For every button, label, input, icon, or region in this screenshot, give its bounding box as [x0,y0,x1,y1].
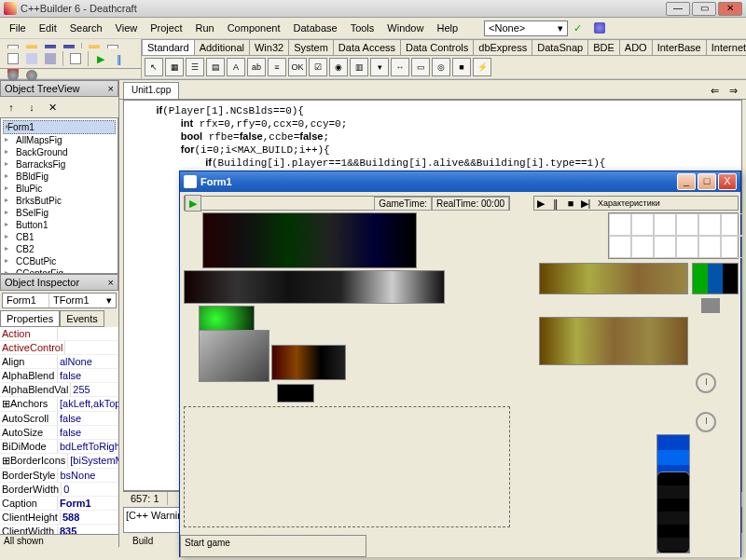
palette-listbox-icon[interactable]: ▥ [350,58,368,76]
menu-component[interactable]: Component [222,20,286,35]
menu-window[interactable]: Window [381,20,429,35]
property-row[interactable]: AlignalNone [0,355,118,369]
form-designer-window[interactable]: Form1 _ □ X ▶ GameTime: RealTime: 00:00 … [179,171,741,557]
viewform-icon[interactable] [23,50,40,67]
sprite-pyramid[interactable] [199,330,269,382]
menu-help[interactable]: Help [431,20,463,35]
form-close-button[interactable]: X [718,173,737,190]
media-stop-icon[interactable]: ■ [564,198,577,209]
menu-view[interactable]: View [110,20,144,35]
tree-root[interactable]: Form1 [3,120,116,134]
property-row[interactable]: ⊞Anchors[akLeft,akTop] [0,397,118,412]
inspector-object-combo[interactable]: Form1 TForm1 ▾ [2,293,117,308]
property-row[interactable]: AlphaBlendfalse [0,369,118,383]
tab-interbase[interactable]: InterBase [652,39,707,55]
tab-ado[interactable]: ADO [619,39,653,55]
tree-item[interactable]: AllMapsFig [3,134,116,146]
maximize-button[interactable]: ▭ [692,2,716,16]
tab-dataaccess[interactable]: Data Access [333,39,401,55]
toggleform-icon[interactable] [42,50,59,67]
property-row[interactable]: ClientHeight588 [0,511,118,525]
sprite-strip-1[interactable] [202,212,417,268]
tab-bde[interactable]: BDE [587,39,620,55]
property-row[interactable]: Action [0,327,118,341]
tab-datasnap[interactable]: DataSnap [532,39,588,55]
stepinto-icon[interactable] [23,67,40,84]
property-row[interactable]: CaptionForm1 [0,497,118,511]
grid-panel-top[interactable] [608,212,739,259]
tree-item[interactable]: CB2 [3,243,116,255]
palette-frames-icon[interactable]: ▦ [165,58,184,76]
tree-item[interactable]: Button1 [3,219,116,231]
tab-dbexpress[interactable]: dbExpress [473,39,532,55]
editor-nav-fwd-icon[interactable]: ⇒ [725,82,741,99]
property-row[interactable]: BiDiModebdLeftToRight [0,440,118,454]
viewunit-icon[interactable] [5,50,21,67]
stepover-icon[interactable] [5,67,21,84]
sprite-small[interactable] [277,384,314,403]
sprite-strip-gold1[interactable] [539,263,688,294]
editor-tab[interactable]: Unit1.cpp [123,82,179,99]
property-row[interactable]: AutoScrollfalse [0,412,118,426]
property-row[interactable]: AlphaBlendVal255 [0,383,118,397]
timer-icon-2[interactable] [696,412,716,432]
palette-button-icon[interactable]: OK [288,58,307,76]
palette-combobox-icon[interactable]: ▾ [370,58,389,76]
property-row[interactable]: AutoSizefalse [0,426,118,440]
sprite-strip-gold2[interactable] [539,317,688,365]
tree-item[interactable]: BBldFig [3,171,116,183]
tree-item[interactable]: BSelFig [3,207,116,219]
config-combo[interactable]: <None>▾ [484,20,568,36]
sprite-strip-2[interactable] [184,270,445,304]
tree-item[interactable]: CB1 [3,231,116,243]
menu-edit[interactable]: Edit [34,20,62,35]
tab-additional[interactable]: Additional [194,39,250,55]
run-icon[interactable]: ▶ [92,50,109,67]
config-check-icon[interactable]: ✓ [571,20,587,36]
palette-scrollbar-icon[interactable]: ↔ [391,58,409,76]
pause-icon[interactable]: ‖ [111,50,128,67]
palette-pointer-icon[interactable]: ↖ [145,58,163,76]
gray-block[interactable] [701,298,720,313]
property-row[interactable]: BorderWidth0 [0,483,118,497]
minimize-button[interactable]: — [666,2,690,16]
sprite-strip-3[interactable] [271,345,346,380]
tree-item[interactable]: BluPic [3,183,116,195]
media-pause-icon[interactable]: ‖ [549,198,562,210]
tab-internet[interactable]: Internet [706,39,746,55]
tab-system[interactable]: System [288,39,334,55]
property-row[interactable]: BorderStylebsNone [0,469,118,483]
tree-del-icon[interactable]: ✕ [44,99,61,116]
tab-win32[interactable]: Win32 [249,39,289,55]
tree-up-icon[interactable]: ↑ [3,99,20,116]
tab-datacontrols[interactable]: Data Controls [400,39,474,55]
inspector-tab-properties[interactable]: Properties [0,310,60,327]
treeview-close-icon[interactable]: × [108,83,114,94]
media-next-icon[interactable]: ▶| [579,198,592,210]
property-row[interactable]: ClientWidth835 [0,525,118,534]
palette-popupmenu-icon[interactable]: ▤ [206,58,225,76]
palette-checkbox-icon[interactable]: ☑ [309,58,327,76]
inspector-tab-events[interactable]: Events [60,310,104,327]
palette-edit-icon[interactable]: ab [247,58,266,76]
tree-item[interactable]: BackGround [3,146,116,158]
palette-radiobutton-icon[interactable]: ◉ [329,58,348,76]
palette-groupbox-icon[interactable]: ▭ [411,58,430,76]
media-play-icon[interactable]: ▶ [534,198,547,210]
tree-item[interactable]: CCenterFig [3,267,116,274]
tree-down-icon[interactable]: ↓ [23,99,40,116]
tree-item[interactable]: BarracksFig [3,158,116,171]
form-play-button[interactable]: ▶ [185,195,201,212]
menu-project[interactable]: Project [145,20,187,35]
tree-item[interactable]: CCButPic [3,255,116,267]
editor-nav-back-icon[interactable]: ⇐ [706,82,723,99]
color-swatches[interactable] [692,263,739,294]
tab-standard[interactable]: Standard [142,39,195,55]
form-minimize-button[interactable]: _ [677,173,696,190]
palette-panel-icon[interactable]: ■ [452,58,471,76]
palette-mainmenu-icon[interactable]: ☰ [186,58,204,76]
property-grid[interactable]: ActionActiveControlAlignalNoneAlphaBlend… [0,327,118,534]
form-titlebar[interactable]: Form1 _ □ X [180,171,740,192]
form-design-surface[interactable]: ▶ GameTime: RealTime: 00:00 ▶ ‖ ■ ▶| Хар… [180,192,740,557]
config-help-icon[interactable] [591,20,608,36]
